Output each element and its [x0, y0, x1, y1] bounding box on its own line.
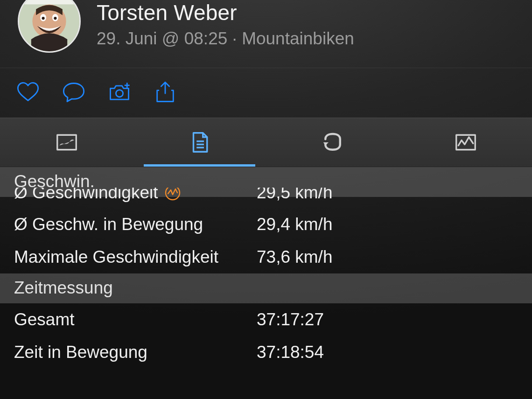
comment-icon	[62, 80, 86, 105]
tab-graphs[interactable]	[399, 118, 532, 167]
time-rows: Gesamt 37:17:27 Zeit in Bewegung 37:18:5…	[0, 303, 532, 369]
share-icon	[153, 80, 177, 105]
label-avg-moving-speed: Ø Geschw. in Bewegung	[14, 215, 203, 234]
camera-plus-icon	[107, 80, 132, 105]
comment-button[interactable]	[62, 80, 86, 105]
label-max-speed: Maximale Geschwindigkeit	[14, 247, 218, 267]
map-icon	[54, 130, 79, 155]
row-total-time: Gesamt 37:17:27	[0, 303, 532, 336]
svg-point-6	[54, 17, 56, 20]
avatar-image	[19, 0, 79, 51]
svg-rect-8	[57, 135, 76, 150]
activity-header: Torsten Weber 29. Juni @ 08:25 · Mountai…	[0, 0, 532, 68]
value-total-time: 37:17:27	[257, 310, 324, 329]
tab-bar	[0, 118, 532, 167]
like-button[interactable]	[16, 80, 40, 105]
row-moving-time: Zeit in Bewegung 37:18:54	[0, 336, 532, 369]
avatar[interactable]	[18, 0, 81, 53]
label-avg-speed: Ø Geschwindigkeit	[14, 188, 158, 203]
svg-rect-1	[19, 0, 79, 4]
share-button[interactable]	[153, 80, 177, 105]
value-avg-moving-speed: 29,4 km/h	[257, 215, 332, 234]
lap-icon	[320, 130, 345, 155]
add-photo-button[interactable]	[107, 80, 132, 105]
row-avg-speed: Ø Geschwindigkeit 29,5 km/h	[0, 188, 532, 208]
document-list-icon	[187, 130, 212, 155]
speed-rows: Ø Geschwindigkeit 29,5 km/h Ø Geschw. in…	[0, 197, 532, 273]
label-moving-time: Zeit in Bewegung	[14, 343, 147, 362]
tab-laps[interactable]	[266, 118, 399, 167]
graph-icon	[453, 130, 478, 155]
tab-details[interactable]	[133, 118, 266, 167]
user-name[interactable]: Torsten Weber	[97, 0, 354, 25]
row-max-speed: Maximale Geschwindigkeit 73,6 km/h	[0, 241, 532, 273]
personal-record-icon	[164, 188, 181, 201]
label-total-time: Gesamt	[14, 310, 75, 329]
value-avg-speed: 29,5 km/h	[257, 188, 332, 202]
section-header-time: Zeitmessung	[0, 273, 532, 303]
heart-icon	[16, 80, 40, 105]
activity-subtitle: 29. Juni @ 08:25 · Mountainbiken	[97, 29, 354, 49]
row-avg-moving-speed: Ø Geschw. in Bewegung 29,4 km/h	[0, 208, 532, 241]
tab-map[interactable]	[0, 118, 133, 167]
svg-point-5	[42, 17, 45, 20]
svg-point-7	[116, 90, 123, 97]
action-bar	[0, 68, 532, 118]
value-max-speed: 73,6 km/h	[257, 247, 332, 266]
value-moving-time: 37:18:54	[257, 343, 324, 362]
